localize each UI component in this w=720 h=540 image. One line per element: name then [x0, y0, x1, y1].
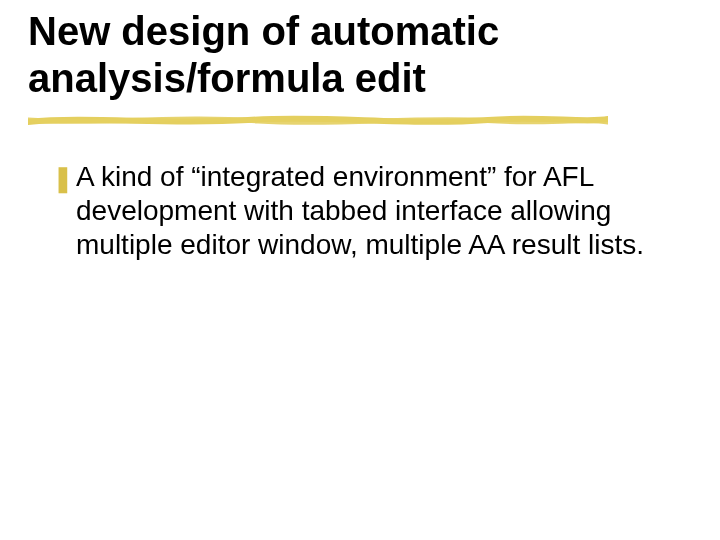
slide-title: New design of automatic analysis/formula… — [28, 8, 692, 102]
slide: New design of automatic analysis/formula… — [0, 0, 720, 540]
body-block: ❚ A kind of “integrated environment” for… — [52, 160, 662, 262]
title-block: New design of automatic analysis/formula… — [28, 8, 692, 102]
bullet-text: A kind of “integrated environment” for A… — [76, 160, 662, 262]
bullet-icon: ❚ — [52, 162, 74, 195]
bullet-item: ❚ A kind of “integrated environment” for… — [52, 160, 662, 262]
title-underline — [28, 113, 608, 127]
